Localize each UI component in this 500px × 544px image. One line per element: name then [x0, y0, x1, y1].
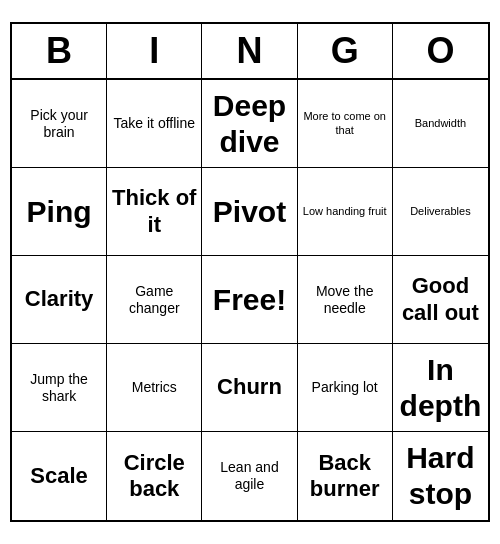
bingo-cell-11[interactable]: Game changer [107, 256, 202, 344]
bingo-cell-4[interactable]: Bandwidth [393, 80, 488, 168]
bingo-cell-20[interactable]: Scale [12, 432, 107, 520]
bingo-cell-8[interactable]: Low handing fruit [298, 168, 393, 256]
bingo-cell-12[interactable]: Free! [202, 256, 297, 344]
header-letter: B [12, 24, 107, 78]
bingo-cell-3[interactable]: More to come on that [298, 80, 393, 168]
bingo-cell-17[interactable]: Churn [202, 344, 297, 432]
bingo-grid: Pick your brainTake it offlineDeep diveM… [12, 80, 488, 520]
bingo-cell-14[interactable]: Good call out [393, 256, 488, 344]
bingo-cell-10[interactable]: Clarity [12, 256, 107, 344]
bingo-cell-9[interactable]: Deliverables [393, 168, 488, 256]
header-letter: G [298, 24, 393, 78]
bingo-cell-7[interactable]: Pivot [202, 168, 297, 256]
bingo-cell-19[interactable]: In depth [393, 344, 488, 432]
header-letter: I [107, 24, 202, 78]
header-letter: N [202, 24, 297, 78]
bingo-header: BINGO [12, 24, 488, 80]
bingo-cell-22[interactable]: Lean and agile [202, 432, 297, 520]
bingo-cell-24[interactable]: Hard stop [393, 432, 488, 520]
bingo-cell-16[interactable]: Metrics [107, 344, 202, 432]
bingo-cell-13[interactable]: Move the needle [298, 256, 393, 344]
bingo-cell-5[interactable]: Ping [12, 168, 107, 256]
bingo-cell-15[interactable]: Jump the shark [12, 344, 107, 432]
bingo-cell-2[interactable]: Deep dive [202, 80, 297, 168]
bingo-cell-0[interactable]: Pick your brain [12, 80, 107, 168]
bingo-cell-21[interactable]: Circle back [107, 432, 202, 520]
bingo-cell-1[interactable]: Take it offline [107, 80, 202, 168]
bingo-cell-23[interactable]: Back burner [298, 432, 393, 520]
header-letter: O [393, 24, 488, 78]
bingo-cell-18[interactable]: Parking lot [298, 344, 393, 432]
bingo-card: BINGO Pick your brainTake it offlineDeep… [10, 22, 490, 522]
bingo-cell-6[interactable]: Thick of it [107, 168, 202, 256]
